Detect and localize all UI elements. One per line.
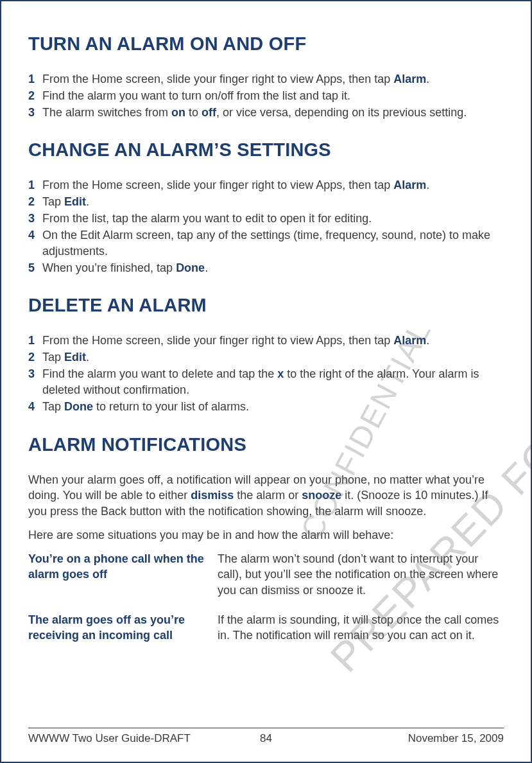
step-number: 2 <box>28 349 35 365</box>
heading-change-settings: CHANGE AN ALARM’S SETTINGS <box>28 139 504 161</box>
strong-text: on <box>171 106 185 119</box>
list-item: 4 On the Edit Alarm screen, tap any of t… <box>28 227 504 259</box>
list-item: 2 Find the alarm you want to turn on/off… <box>28 88 504 104</box>
paragraph-text: the alarm or <box>234 489 302 502</box>
step-number: 1 <box>28 177 35 193</box>
step-text: On the Edit Alarm screen, tap any of the… <box>42 229 490 258</box>
step-text: Find the alarm you want to turn on/off f… <box>42 89 350 102</box>
strong-text: Alarm <box>393 179 426 191</box>
step-number: 1 <box>28 71 35 87</box>
step-text: . <box>426 334 429 347</box>
step-text: . <box>86 195 89 208</box>
row-text: If the alarm is sounding, it will stop o… <box>218 612 504 644</box>
step-text: When you’re finished, tap <box>42 261 176 274</box>
list-item: 1 From the Home screen, slide your finge… <box>28 333 504 349</box>
step-text: Tap <box>42 195 64 208</box>
list-item: 1 From the Home screen, slide your finge… <box>28 71 504 87</box>
list-item: 5 When you’re finished, tap Done. <box>28 260 504 276</box>
heading-alarm-notifications: ALARM NOTIFICATIONS <box>28 434 504 455</box>
step-number: 3 <box>28 105 35 121</box>
step-text: From the Home screen, slide your finger … <box>42 73 393 85</box>
step-number: 2 <box>28 88 35 104</box>
step-number: 4 <box>28 227 35 243</box>
step-number: 4 <box>28 399 35 415</box>
heading-turn-alarm: TURN AN ALARM ON AND OFF <box>28 33 504 55</box>
footer-right: November 15, 2009 <box>408 732 504 745</box>
step-text: Find the alarm you want to delete and ta… <box>42 367 277 380</box>
strong-text: x <box>277 367 284 380</box>
step-text: Tap <box>42 351 64 364</box>
strong-text: Done <box>176 261 205 274</box>
step-text: . <box>86 351 89 364</box>
list-item: 2 Tap Edit. <box>28 194 504 210</box>
body-paragraph: When your alarm goes off, a notification… <box>28 472 504 520</box>
list-item: 3 The alarm switches from on to off, or … <box>28 105 504 121</box>
strong-text: Done <box>64 400 93 413</box>
table-row: The alarm goes off as you’re receiving a… <box>28 612 504 644</box>
step-number: 3 <box>28 366 35 382</box>
list-item: 3 From the list, tap the alarm you want … <box>28 211 504 227</box>
step-text: , or vice versa, depending on its previo… <box>216 106 467 119</box>
strong-text: off <box>202 106 216 119</box>
step-text: Tap <box>42 400 64 413</box>
footer-left: WWWW Two User Guide-DRAFT <box>28 732 191 745</box>
step-number: 1 <box>28 333 35 349</box>
row-label: You’re on a phone call when the alarm go… <box>28 551 218 598</box>
strong-text: Edit <box>64 195 86 208</box>
step-text: From the Home screen, slide your finger … <box>42 179 393 191</box>
step-text: From the list, tap the alarm you want to… <box>42 212 372 225</box>
row-text: The alarm won’t sound (don’t want to int… <box>218 551 504 598</box>
notification-table: You’re on a phone call when the alarm go… <box>28 551 504 643</box>
strong-text: dismiss <box>191 489 234 502</box>
step-text: From the Home screen, slide your finger … <box>42 334 393 347</box>
step-text: to return to your list of alarms. <box>93 400 249 413</box>
list-item: 3 Find the alarm you want to delete and … <box>28 366 504 398</box>
body-paragraph: Here are some situations you may be in a… <box>28 527 504 543</box>
step-text: . <box>426 179 429 191</box>
row-label: The alarm goes off as you’re receiving a… <box>28 612 218 644</box>
step-text: . <box>426 73 429 85</box>
step-number: 3 <box>28 211 35 227</box>
strong-text: Alarm <box>393 334 426 347</box>
heading-delete-alarm: DELETE AN ALARM <box>28 295 504 316</box>
page-frame: PREPARED FOR FCC CERTIFICATION CONFIDENT… <box>0 0 532 763</box>
step-text: to <box>185 106 202 119</box>
strong-text: Edit <box>64 351 86 364</box>
step-number: 2 <box>28 194 35 210</box>
strong-text: Alarm <box>393 73 426 85</box>
table-row: You’re on a phone call when the alarm go… <box>28 551 504 598</box>
footer-page-number: 84 <box>260 732 272 745</box>
list-item: 2 Tap Edit. <box>28 349 504 365</box>
step-text: The alarm switches from <box>42 106 171 119</box>
steps-change-settings: 1 From the Home screen, slide your finge… <box>28 177 504 276</box>
strong-text: snooze <box>302 489 341 502</box>
list-item: 4 Tap Done to return to your list of ala… <box>28 399 504 415</box>
steps-delete-alarm: 1 From the Home screen, slide your finge… <box>28 333 504 414</box>
step-text: . <box>205 261 208 274</box>
steps-turn-alarm: 1 From the Home screen, slide your finge… <box>28 71 504 120</box>
page-footer: WWWW Two User Guide-DRAFT 84 November 15… <box>28 728 504 745</box>
list-item: 1 From the Home screen, slide your finge… <box>28 177 504 193</box>
step-number: 5 <box>28 260 35 276</box>
